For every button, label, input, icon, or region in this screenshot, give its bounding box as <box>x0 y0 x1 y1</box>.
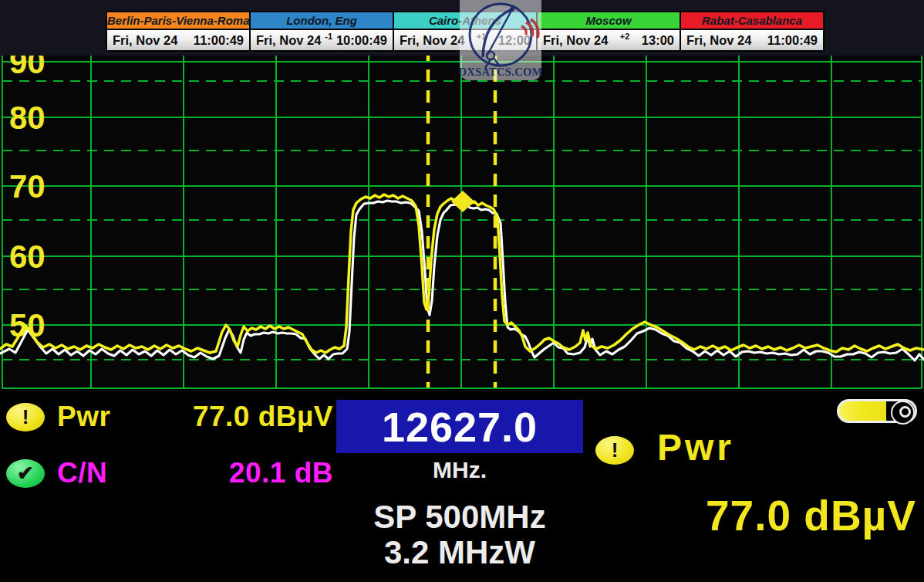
pwr-readout-row: ! Pwr 77.0 dBµV <box>6 401 333 433</box>
city-clock: 11:00:49 <box>194 33 244 48</box>
clock-city-berlin: Berlin-Paris-Vienna-Roma Fri, Nov 24 11:… <box>107 12 251 50</box>
cn-readout-row: ✔ C/N 20.1 dB <box>6 457 333 489</box>
cn-label: C/N <box>57 457 107 489</box>
toggle-knob[interactable] <box>891 401 915 425</box>
y-axis-label: 60 <box>9 239 46 275</box>
warning-icon: ! <box>595 436 634 465</box>
span-setting: SP 500MHz <box>336 499 583 536</box>
center-frequency-display: 12627.0 <box>336 400 583 453</box>
city-clock: 13:00 <box>642 33 674 48</box>
city-date: Fri, Nov 24 <box>686 33 751 48</box>
city-name: Berlin-Paris-Vienna-Roma <box>107 12 249 29</box>
utc-offset: -1 <box>321 32 336 41</box>
watermark-text: DXSATCS.COM <box>460 66 541 78</box>
center-frequency-value: 12627.0 <box>382 403 538 451</box>
city-date: Fri, Nov 24 <box>256 33 321 48</box>
readout-panel: ! Pwr 77.0 dBµV ✔ C/N 20.1 dB 12627.0 MH… <box>0 392 924 582</box>
y-axis-label: 50 <box>9 307 46 343</box>
check-icon: ✔ <box>6 459 45 488</box>
big-pwr-label: Pwr <box>657 426 734 469</box>
city-time: Fri, Nov 24 11:00:49 <box>107 29 249 50</box>
city-clock: 10:00:49 <box>336 33 387 48</box>
cn-value: 20.1 dB <box>229 457 333 489</box>
pwr-value: 77.0 dBµV <box>193 401 333 433</box>
satellite-dish-logo-icon: DXSATCS.COM <box>460 0 541 80</box>
bandwidth-setting: 3.2 MHzW <box>336 534 583 571</box>
pwr-label: Pwr <box>57 401 110 433</box>
city-name: Moscow <box>538 12 680 29</box>
toggle-knob-ring-icon <box>899 406 911 418</box>
dxsatcs-watermark: DXSATCS.COM <box>460 0 541 80</box>
warning-icon: ! <box>6 403 45 431</box>
city-name: Rabat-Casablanca <box>681 12 823 29</box>
city-date: Fri, Nov 24 <box>543 33 608 48</box>
city-date: Fri, Nov 24 <box>400 33 464 48</box>
utc-offset: +2 <box>608 32 641 41</box>
power-mode-toggle[interactable] <box>837 399 917 423</box>
clock-city-moscow: Moscow Fri, Nov 24 +2 13:00 <box>538 12 681 50</box>
city-time: Fri, Nov 24 +2 13:00 <box>538 29 680 50</box>
city-date: Fri, Nov 24 <box>113 33 177 48</box>
clock-city-london: London, Eng Fri, Nov 24 -1 10:00:49 <box>251 12 394 50</box>
spectrum-analyzer-screen: 9080706050 Berlin-Paris-Vienna-Roma Fri,… <box>0 0 924 582</box>
y-axis-label: 80 <box>9 100 46 136</box>
city-time: Fri, Nov 24 -1 10:00:49 <box>251 29 393 50</box>
y-axis-label: 70 <box>9 168 46 205</box>
city-clock: 11:00:49 <box>767 33 818 48</box>
clock-city-rabat: Rabat-Casablanca Fri, Nov 24 11:00:49 <box>681 12 823 50</box>
city-name: London, Eng <box>251 12 393 29</box>
frequency-unit: MHz. <box>336 457 583 483</box>
city-time: Fri, Nov 24 11:00:49 <box>681 29 823 50</box>
big-pwr-value: 77.0 dBµV <box>706 491 916 540</box>
